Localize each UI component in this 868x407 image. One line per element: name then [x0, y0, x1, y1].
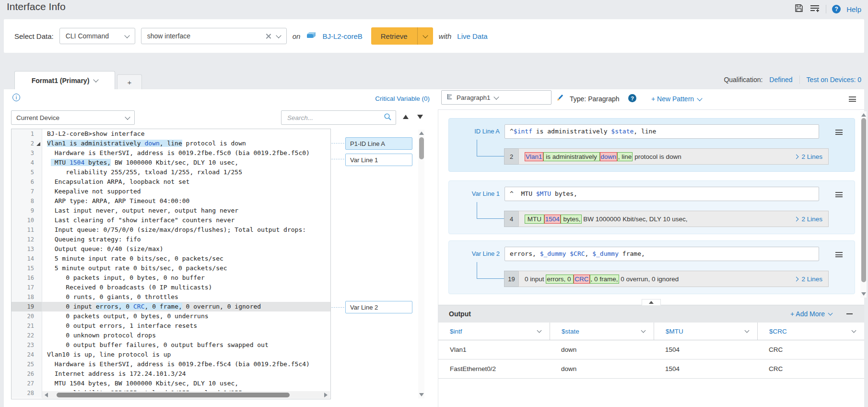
code-line[interactable]: 13 Output queue: 0/40 (size/max) [12, 244, 330, 254]
find-next-button[interactable] [417, 115, 423, 119]
expand-lines-link[interactable]: 2 Lines [795, 275, 828, 283]
code-line[interactable]: 21 0 output errors, 1 interface resets [12, 321, 330, 331]
add-format-tab[interactable]: + [117, 74, 142, 89]
expand-lines-link[interactable]: 2 Lines [795, 153, 828, 160]
code-line[interactable]: 10 Last clearing of "show interface" cou… [12, 215, 330, 225]
new-pattern-link[interactable]: + New Pattern [651, 95, 702, 103]
code-line[interactable]: 22 0 unknown protocol drops [12, 331, 330, 340]
add-to-list-icon[interactable] [809, 3, 820, 15]
code-line[interactable]: 14 5 minute input rate 0 bits/sec, 0 pac… [12, 254, 330, 263]
code-line[interactable]: 8 ARP type: ARPA, ARP Timeout 04:00:00 [12, 196, 330, 206]
line-number: 20 [12, 311, 42, 321]
save-icon[interactable] [794, 3, 804, 15]
chevron-down-icon[interactable] [276, 33, 281, 38]
command-combobox[interactable]: show interface [141, 28, 287, 44]
code-text: Last input never, output never, output h… [42, 206, 330, 215]
question-icon[interactable]: ? [628, 94, 636, 102]
menu-icon[interactable] [849, 95, 856, 104]
code-line[interactable]: 24Vlan10 is up, line protocol is up [12, 350, 330, 359]
pattern-input[interactable]: ^$intf is administratively $state, line [504, 124, 819, 139]
output-column-header[interactable]: $state [550, 323, 654, 340]
minimize-icon[interactable] [846, 313, 853, 314]
anchor-label-var-line-1[interactable]: Var Line 1 [345, 154, 412, 166]
scroll-down-icon[interactable] [419, 393, 424, 396]
code-line[interactable]: 25 Hardware is EtherSVI, address is 0019… [12, 359, 330, 369]
vertical-scrollbar[interactable] [418, 130, 424, 398]
expand-lines-link[interactable]: 2 Lines [795, 215, 828, 223]
code-line[interactable]: 23 0 output buffer failures, 0 output bu… [12, 340, 330, 350]
info-icon[interactable]: i [12, 94, 20, 101]
code-line[interactable]: 20 0 packets output, 0 bytes, 0 underrun… [12, 311, 330, 321]
code-line[interactable]: 18 0 runts, 0 giants, 0 throttles [12, 292, 330, 302]
code-text: Vlan10 is up, line protocol is up [42, 350, 330, 359]
horizontal-scrollbar[interactable] [42, 391, 330, 398]
clear-icon[interactable] [266, 34, 271, 39]
pattern-input[interactable]: errors, $_dummy $CRC, $_dummy frame, [504, 247, 819, 261]
search-icon[interactable] [384, 113, 392, 123]
code-line[interactable]: 9 Last input never, output never, output… [12, 206, 330, 215]
search-input[interactable] [286, 114, 384, 122]
code-line[interactable]: 19 0 input errors, 0 CRC, 0 frame, 0 ove… [12, 302, 330, 311]
retrieve-button[interactable]: Retrieve [371, 27, 433, 45]
code-text: 0 output buffer failures, 0 output buffe… [42, 340, 330, 350]
pattern-line-label[interactable]: Var Line 1 [449, 187, 500, 201]
scroll-down-icon[interactable] [861, 292, 866, 296]
code-line[interactable]: 5 reliability 255/255, txload 1/255, rxl… [12, 168, 330, 177]
code-line[interactable]: 1BJ-L2-coreB>show interface [12, 129, 330, 139]
find-previous-button[interactable] [403, 115, 409, 119]
test-on-devices-link[interactable]: Test on Devices: 0 [807, 76, 861, 84]
code-line[interactable]: 3 Hardware is EtherSVI, address is 0019.… [12, 148, 330, 158]
device-scope-select[interactable]: Current Device [11, 110, 135, 125]
scrollbar-thumb[interactable] [861, 118, 866, 282]
retrieve-dropdown-caret[interactable] [418, 27, 433, 45]
vertical-scrollbar[interactable] [860, 111, 867, 298]
code-line[interactable]: 4 MTU 1504 bytes, BW 1000000 Kbit/sec, D… [12, 158, 330, 168]
live-data-link[interactable]: Live Data [457, 32, 487, 40]
code-line[interactable]: 7 Keepalive not supported [12, 187, 330, 196]
pattern-line-label[interactable]: Var Line 2 [449, 247, 500, 261]
collapse-output-button[interactable] [642, 299, 661, 305]
output-column-header[interactable]: $intf [438, 323, 550, 340]
critical-variable-link[interactable]: Critical Variable (0) [340, 95, 430, 102]
output-column-header[interactable]: $CRC [757, 323, 864, 340]
anchor-label-var-line-2[interactable]: Var Line 2 [345, 301, 412, 313]
code-line[interactable]: 27 MTU 1504 bytes, BW 1000000 Kbit/sec, … [12, 379, 330, 388]
code-line[interactable]: 15 5 minute output rate 0 bits/sec, 0 pa… [12, 263, 330, 273]
scrollbar-thumb[interactable] [419, 137, 424, 159]
code-line[interactable]: 11 Input queue: 0/75/0/0 (size/max/drops… [12, 225, 330, 235]
fold-marker-icon[interactable] [36, 142, 40, 146]
code-line[interactable]: 6 Encapsulation ARPA, loopback not set [12, 177, 330, 187]
pattern-select[interactable]: Paragraph1 [441, 90, 551, 105]
search-box[interactable] [281, 110, 396, 125]
output-column-header[interactable]: $MTU [654, 323, 757, 340]
pattern-menu-icon[interactable] [835, 128, 843, 137]
chevron-down-icon[interactable] [94, 77, 99, 82]
add-more-link[interactable]: + Add More [790, 310, 832, 318]
code-line[interactable]: 16 0 packets input, 0 bytes, 0 no buffer [12, 273, 330, 283]
pattern-input[interactable]: ^ MTU $MTU bytes, [504, 187, 819, 201]
help-link[interactable]: Help [846, 5, 861, 13]
code-line[interactable]: 12 Queueing strategy: fifo [12, 235, 330, 244]
pattern-menu-icon[interactable] [835, 191, 843, 199]
help-icon[interactable]: ? [832, 5, 841, 13]
scrollbar-thumb[interactable] [57, 393, 290, 397]
qualification-defined-link[interactable]: Defined [769, 76, 792, 84]
scroll-up-icon[interactable] [861, 113, 866, 117]
chevron-right-icon [794, 216, 799, 221]
select-data-label: Select Data: [14, 32, 54, 40]
scroll-right-icon[interactable] [324, 393, 328, 397]
anchor-label-id-line-a[interactable]: P1-ID Line A [345, 137, 412, 150]
device-link[interactable]: BJ-L2-coreB [322, 32, 362, 40]
pattern-menu-icon[interactable] [835, 251, 843, 259]
edit-pencil-icon[interactable] [556, 93, 564, 103]
divider [438, 109, 864, 110]
scroll-up-icon[interactable] [419, 132, 424, 135]
pattern-line-label[interactable]: ID Line A [449, 124, 500, 139]
code-text: 0 output errors, 1 interface resets [42, 321, 330, 331]
code-line[interactable]: 17 Received 0 broadcasts (0 IP multicast… [12, 283, 330, 292]
code-line[interactable]: 2Vlan1 is administratively down, line pr… [12, 139, 330, 148]
tab-format1-primary[interactable]: Format1 (Primary) [14, 71, 115, 89]
code-line[interactable]: 26 Internet address is 172.24.101.3/24 [12, 369, 330, 379]
data-type-select[interactable]: CLI Command [59, 28, 135, 44]
scroll-left-icon[interactable] [45, 393, 48, 397]
